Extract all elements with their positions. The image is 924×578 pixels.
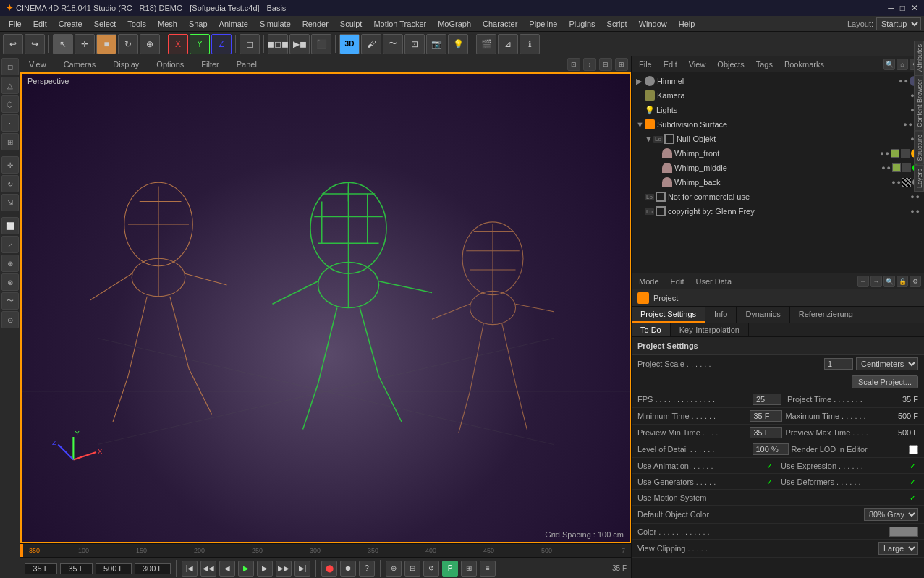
light-btn[interactable]: 💡 [448,34,468,54]
obj-kamera[interactable]: Kamera ● ● [633,88,923,103]
mode-polygon[interactable]: △ [1,77,19,94]
obj-search-icon[interactable]: 🔍 [883,59,895,70]
record-button[interactable]: ⬤ [321,561,337,577]
obj-not-commercial[interactable]: Lo Not for commercial use ● ● [633,190,923,204]
attr-forward-icon[interactable]: → [870,276,882,287]
obj-objects-menu[interactable]: Objects [713,59,748,70]
vp-tab-panel[interactable]: Panel [231,59,263,70]
menu-animate[interactable]: Animate [213,18,254,30]
menu-plugins[interactable]: Plugins [563,18,601,30]
vp-icon-2[interactable]: ↕ [583,58,596,71]
current-frame-input[interactable] [60,563,93,574]
camera-btn[interactable]: 📷 [426,34,446,54]
attr-color-swatch[interactable] [889,527,918,537]
start-frame-input[interactable] [25,563,57,574]
mode-uvw[interactable]: ⊞ [1,133,19,150]
menu-snap[interactable]: Snap [183,18,213,30]
attr-tab-info[interactable]: Info [705,307,737,323]
attr-subtab-todo[interactable]: To Do [632,323,671,336]
del-key-button[interactable]: ⊟ [404,561,420,577]
jump-end-button[interactable]: ▶| [294,561,310,577]
minimize-button[interactable]: ─ [888,3,894,13]
obj-whimp-front[interactable]: Whimp_front ● ● [633,146,923,161]
mode-point[interactable]: · [1,114,19,132]
attr-tab-project-settings[interactable]: Project Settings [632,307,705,323]
tool-scale[interactable]: ⇲ [1,194,19,211]
tool-6[interactable]: 〜 [1,292,19,310]
add-tool-button[interactable]: ⊕ [140,34,160,54]
prev-frame-button[interactable]: ◀◀ [200,561,216,577]
menu-help[interactable]: Help [673,18,701,30]
layout-select[interactable]: Startup [876,17,921,30]
mode-object[interactable]: ◻ [1,58,19,75]
info-btn[interactable]: ℹ [520,34,540,54]
obj-view-menu[interactable]: View [684,59,711,70]
tool-7[interactable]: ⊙ [1,311,19,328]
attr-scale-project-button[interactable]: Scale Project... [852,375,918,388]
axis-x-button[interactable]: X [168,34,188,54]
obj-subdiv[interactable]: ▼ Subdivision Surface ● ● ✓ [633,117,923,132]
tool-3[interactable]: ⊿ [1,236,19,253]
attr-lock-icon[interactable]: 🔒 [897,276,908,287]
sculpt-btn[interactable]: 〜 [383,34,403,54]
vtab-layers[interactable]: Layers [914,165,924,192]
attr-edit-menu[interactable]: Edit [666,276,689,287]
axis-z-button[interactable]: Z [211,34,232,54]
close-button[interactable]: ✕ [911,3,918,13]
attr-search-icon[interactable]: 🔍 [883,276,895,287]
menu-file[interactable]: File [3,18,27,30]
vp-icon-3[interactable]: ⊟ [599,58,612,71]
attr-lod-input[interactable] [753,443,789,455]
menu-tools[interactable]: Tools [122,18,152,30]
attr-mintime-input[interactable] [750,410,782,422]
menu-render[interactable]: Render [297,18,334,30]
menu-mesh[interactable]: Mesh [152,18,183,30]
record-btn[interactable]: ▶◼ [289,34,310,54]
autokey-btn[interactable]: ⬛ [311,34,331,54]
obj-whimp-back[interactable]: Whimp_back ● ● [633,175,923,190]
vtab-attributes[interactable]: Attributes [914,41,924,75]
3d-btn[interactable]: 3D [339,34,360,54]
attr-userdata-menu[interactable]: User Data [692,276,737,287]
render-view-btn[interactable]: 🎬 [476,34,496,54]
obj-lights[interactable]: 💡 Lights ● ● [633,103,923,117]
tool-rotate[interactable]: ↻ [1,175,19,192]
obj-bookmarks-menu[interactable]: Bookmarks [780,59,828,70]
axis-y-button[interactable]: Y [190,34,210,54]
tool-translate[interactable]: ✛ [1,156,19,174]
vp-tab-display[interactable]: Display [107,59,145,70]
attr-tab-dynamics[interactable]: Dynamics [737,307,789,323]
obj-himmel[interactable]: ▶ Himmel ● ● [633,74,923,88]
grid-button[interactable]: ⊞ [461,561,477,577]
viewport[interactable]: Perspective [20,72,631,543]
obj-home-icon[interactable]: ⌂ [897,59,908,70]
menu-simulate[interactable]: Simulate [254,18,297,30]
next-key-button[interactable]: ▶ [257,561,273,577]
vp-tab-cameras[interactable]: Cameras [58,59,102,70]
paint-btn[interactable]: 🖌 [361,34,381,54]
jump-start-button[interactable]: |◀ [182,561,198,577]
attr-project-scale-unit[interactable]: Centimeters Meters [856,357,918,370]
tool-4[interactable]: ⊕ [1,255,19,272]
select-tool-button[interactable]: ↖ [53,34,73,54]
maximize-button[interactable]: □ [900,3,905,13]
vp-tab-view[interactable]: View [23,59,52,70]
settings-button[interactable]: ≡ [480,561,496,577]
vp-tab-filter[interactable]: Filter [195,59,224,70]
autokey-button[interactable]: ⏺ [340,561,356,577]
menu-mograph[interactable]: MoGraph [432,18,477,30]
end-frame-input[interactable] [96,563,132,574]
attr-settings-icon[interactable]: ⚙ [910,276,921,287]
add-key-button[interactable]: ⊕ [386,561,402,577]
redo-button[interactable]: ↪ [25,34,45,54]
attr-viewclip-select[interactable]: Large [878,542,918,555]
snap-btn[interactable]: ⊡ [404,34,425,54]
obj-tags-menu[interactable]: Tags [752,59,777,70]
menu-select[interactable]: Select [88,18,122,30]
attr-fps-input[interactable] [753,394,781,405]
obj-file-menu[interactable]: File [635,59,656,70]
menu-sculpt[interactable]: Sculpt [334,18,368,30]
attr-tab-referenzierung[interactable]: Referenzierung [790,307,862,323]
tool-2[interactable]: ⬜ [1,217,19,234]
vp-tab-options[interactable]: Options [151,59,190,70]
